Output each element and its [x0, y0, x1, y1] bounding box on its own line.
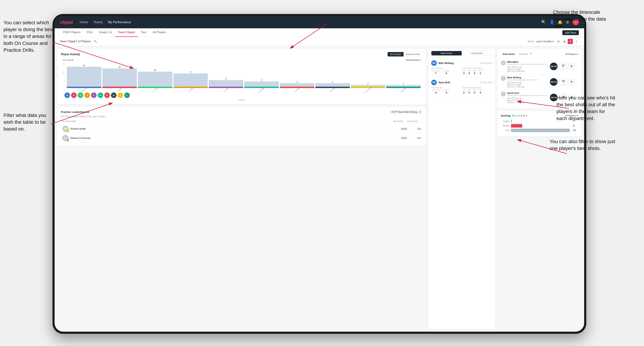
player-avatars-row: BRDJEGRMEL: [63, 92, 421, 98]
pac-rounds: Total Rounds Tournament 7 Practice 6: [431, 67, 461, 75]
app-logo: clippd: [60, 19, 73, 25]
shot-player-details: David Ford 24 Aug 2023 · Royal North Dev…: [507, 92, 547, 96]
shot-dist-circle-1: 67 yds: [559, 62, 567, 70]
bar-group: 4 G. Billingham: [244, 79, 279, 91]
player-avatar[interactable]: E: [118, 92, 123, 98]
scoring-filter1-value: Par 3, 4 & 5s: [512, 114, 525, 117]
tab-hcaps[interactable]: Hcaps 1-5: [96, 28, 115, 37]
scoring-bar-wrap: [511, 129, 570, 132]
tab-pga[interactable]: PGA: [84, 28, 96, 37]
tab-tour[interactable]: Tour: [138, 28, 150, 37]
card-view-icon[interactable]: ♥: [568, 39, 573, 44]
player-avatar[interactable]: R: [104, 92, 110, 98]
lb-player: EC 2 Edward Crossman: [62, 135, 393, 141]
annotation-right-bottom: You can also filter to show just one pla…: [550, 138, 616, 152]
on-course-toggle[interactable]: On Course: [388, 52, 404, 56]
tab-pgat-players[interactable]: PGAT Players: [60, 28, 84, 37]
rank-badge: 2: [66, 139, 69, 142]
chart-area: On Course Total Rounds ▾ 15: [61, 59, 422, 101]
shot-chevron-icon[interactable]: ›: [577, 65, 578, 68]
shot-player-name: Blair McHarg: [507, 76, 537, 79]
nav-teams[interactable]: Teams: [94, 19, 103, 25]
search-icon[interactable]: 🔍: [541, 20, 546, 24]
y-label-15: 15: [63, 63, 65, 65]
scoring-bar-fill: [511, 129, 570, 132]
shot-badge: 200 SG: [550, 63, 558, 70]
player-avatar[interactable]: R: [71, 92, 77, 98]
player-avatar[interactable]: L: [124, 92, 130, 98]
scoring-bar-fill: [511, 124, 522, 128]
shot-lie-details: Shot Dist: 43 ydsStart Lie: RoughEnd Lie…: [507, 82, 548, 88]
bar-value: 2: [368, 83, 368, 85]
shot-dist-circle-1: 43 yds: [559, 78, 567, 86]
bar-value: 9: [190, 71, 191, 73]
right-column: Best Shots All Shots ▾ All Players ▾: [497, 49, 581, 329]
player-activity-item: BM Blair McHarg 26 Aug 2023 Total Rounds…: [428, 58, 495, 77]
player-avatar[interactable]: G: [98, 92, 103, 98]
nav-my-performance[interactable]: My Performance: [108, 19, 131, 25]
nav-home[interactable]: Home: [80, 19, 88, 25]
tab-all-players[interactable]: All Players: [150, 28, 169, 37]
shot-player-row: D David Ford 24 Aug 2023 · Royal North D…: [501, 92, 548, 96]
player-avatar[interactable]: M: [111, 92, 116, 98]
lb-player: RB 1 Richard Butler: [62, 126, 393, 132]
player-avatar[interactable]: D: [78, 92, 83, 98]
best-shots-tab[interactable]: Best Shots: [501, 52, 517, 56]
team-bar-right: Show: Last 3 months ▾ ⊞ ▤ ♥ ≡: [528, 39, 579, 44]
y-axis: 15 10 5 0: [63, 63, 66, 91]
sub-nav: PGAT Players PGA Hcaps 1-5 Team Clippd T…: [54, 28, 584, 37]
practice-leaderboards-card: Practice Leaderboards PUTT Must Make Put…: [58, 107, 426, 146]
table-view-icon[interactable]: ▤: [562, 39, 567, 44]
shot-info: B Blair McHarg 23 Jul 2023 · Ashridge GC…: [501, 76, 548, 88]
pac-rounds-values: Tournament 7 Practice 6: [431, 70, 461, 75]
shot-distances: 43 yds 0: [559, 78, 575, 86]
practice-header: Practice Leaderboards PUTT Must Make Put…: [61, 110, 422, 114]
shots-dropdown-arrow[interactable]: ▾: [530, 52, 532, 56]
player-avatar[interactable]: E: [91, 92, 96, 98]
bar-value: 13: [83, 64, 85, 66]
pac-practice-label: Total Practice Activities: [462, 87, 492, 89]
least-active-tab[interactable]: Least Active: [462, 51, 492, 55]
scoring-bar-value: 499: [572, 129, 578, 132]
lb-avatar: EC 2: [62, 135, 68, 141]
shot-chevron-icon[interactable]: ›: [577, 80, 578, 84]
pac-practice-label: Total Practice Activities: [462, 67, 492, 69]
most-active-header: Most Active Least Active: [428, 49, 495, 58]
bar-value: 2: [403, 83, 404, 85]
shot-dist-unit: yds: [562, 82, 564, 84]
pac-app-col: APP 0: [468, 70, 471, 75]
grid-view-icon[interactable]: ⊞: [556, 39, 561, 44]
pac-rounds-values: Tournament 8 Practice 4: [431, 89, 461, 94]
lb-row: RB 1 Richard Butler 19/20 110: [61, 124, 422, 134]
pac-stats: Total Rounds Tournament 8 Practice 4 Tot…: [431, 87, 492, 94]
chart-metric-select[interactable]: Total Rounds ▾: [406, 59, 421, 61]
add-team-button[interactable]: Add Team: [562, 30, 579, 35]
pac-tournament-col: Tournament 7: [431, 70, 440, 75]
player-avatar[interactable]: B: [64, 92, 70, 98]
team-bar: Team Clippd | 14 Players ✏️ Show: Last 3…: [54, 37, 584, 46]
middle-column: Most Active Least Active BM Blair McHarg…: [428, 49, 495, 329]
list-view-icon[interactable]: ≡: [574, 39, 579, 44]
player-filter-dropdown[interactable]: All Players ▾: [565, 53, 578, 55]
player-avatar[interactable]: J: [84, 92, 90, 98]
top-nav: clippd Home Teams My Performance 🔍 👤 🔔 ⊕…: [54, 16, 584, 28]
shot-player-details: Matt Miller 09 Jun 2023 · Royal North De…: [507, 61, 547, 65]
time-value: Last 3 months: [536, 40, 552, 43]
tab-team-clippd[interactable]: Team Clippd: [115, 28, 138, 37]
view-toggle-group: ⊞ ▤ ♥ ≡: [556, 39, 579, 44]
on-course-label: On Course: [63, 59, 74, 61]
practice-drills-toggle[interactable]: Practice Drills: [404, 52, 422, 56]
active-toggle-group: Most Active Least Active: [431, 51, 492, 56]
most-active-tab[interactable]: Most Active: [432, 51, 462, 55]
col-player-name: PLAYER NAME: [62, 120, 393, 122]
all-shots-tab[interactable]: All Shots: [517, 52, 530, 56]
shot-info: D David Ford 24 Aug 2023 · Royal North D…: [501, 92, 548, 103]
drill-select[interactable]: PUTT Must Make Putting... ▾: [390, 110, 422, 114]
bar-group: 3 R. Butler: [280, 81, 314, 91]
team-bar-edit-icon[interactable]: ✏️: [94, 40, 97, 43]
scoring-filter1[interactable]: Par 3, 4 & 5s ▾: [512, 114, 527, 117]
shot-dist-zero: 0: [571, 65, 572, 68]
pac-practice-values: GTT 0 APP 0 ARG 0 PUTT 0: [462, 89, 492, 94]
lb-avatar: RB 1: [62, 126, 68, 132]
time-period-select[interactable]: Last 3 months ▾: [536, 40, 554, 43]
